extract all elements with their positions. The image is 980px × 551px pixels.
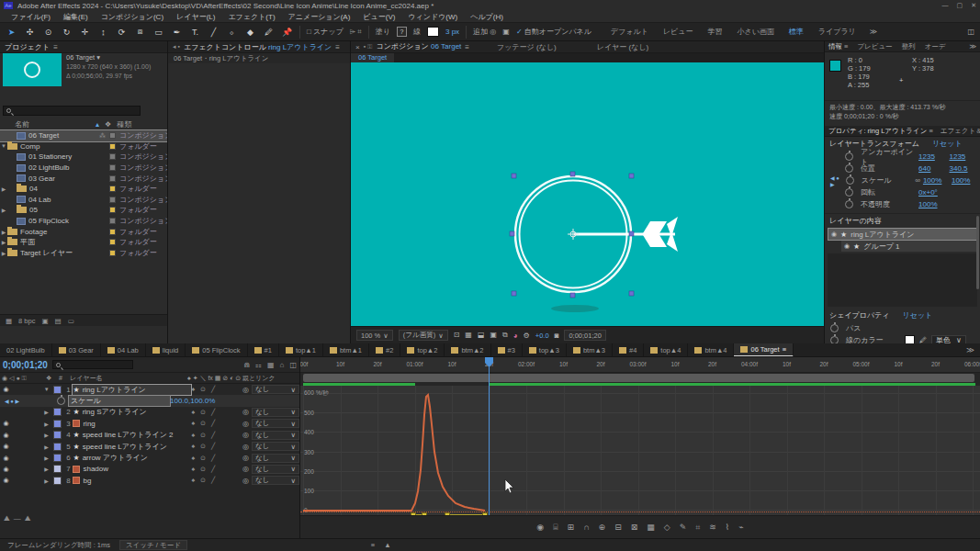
- statusbar-expand-icon[interactable]: ▲: [384, 541, 390, 549]
- twirl-icon[interactable]: ▶: [0, 186, 7, 192]
- property-name[interactable]: スケール: [69, 396, 170, 406]
- graph-editor-icon-1[interactable]: ⌸: [553, 523, 558, 533]
- menu-item-8[interactable]: ヘルプ(H): [465, 11, 509, 23]
- project-item-name[interactable]: 06 Target ▾: [66, 53, 165, 62]
- project-item-9[interactable]: ▶ Footage フォルダー: [0, 226, 167, 237]
- project-item-2[interactable]: 01 Stationery コンポジション: [0, 152, 167, 163]
- pickwhip-icon[interactable]: ◎: [242, 477, 249, 485]
- twirl-icon[interactable]: ▶: [43, 444, 51, 450]
- timeline-tab-14[interactable]: #4: [613, 343, 644, 357]
- menu-item-3[interactable]: レイヤー(L): [171, 11, 220, 23]
- twirl-icon[interactable]: ▶: [43, 478, 51, 484]
- project-item-1[interactable]: ▼ Comp フォルダー: [0, 141, 167, 152]
- layer-row-6[interactable]: ◉ ▶ 6 ★arrow アウトライン ♠ ⊙ ╱ ◎ なし∨: [0, 452, 299, 463]
- layer-name[interactable]: ★arrow アウトライン: [73, 453, 191, 463]
- dolly-camera-tool[interactable]: ↨: [97, 28, 109, 37]
- layer-name[interactable]: bg: [73, 477, 191, 485]
- timeline-tab-15[interactable]: top▲4: [644, 343, 688, 357]
- workspace-overflow-chevron[interactable]: ≫: [870, 28, 877, 36]
- value-2[interactable]: 100%: [952, 176, 980, 185]
- workspace-2[interactable]: 学習: [700, 26, 729, 38]
- stopwatch-icon[interactable]: [845, 200, 853, 208]
- twirl-icon[interactable]: ▶: [0, 207, 7, 213]
- timeline-option-icon-2[interactable]: ▦: [267, 361, 275, 369]
- eye-toggle[interactable]: ◉: [0, 420, 12, 427]
- project-item-0[interactable]: 06 Target ⁂ コンポジション: [0, 130, 167, 141]
- pickwhip-icon[interactable]: ◎: [242, 443, 249, 451]
- label-color-swatch[interactable]: [109, 197, 116, 203]
- tab-info[interactable]: 情報: [828, 42, 842, 51]
- pickwhip-icon[interactable]: ◎: [242, 431, 249, 439]
- exposure-value[interactable]: +0.0: [535, 332, 549, 340]
- layer-row-5[interactable]: ◉ ▶ 5 ★speed line Lアウトライン ♠ ⊙ ╱ ◎ なし∨: [0, 441, 299, 452]
- layer-label-swatch[interactable]: [53, 386, 62, 394]
- selection-tool[interactable]: ➤: [6, 28, 17, 37]
- graph-editor-icon-5[interactable]: ⊟: [614, 523, 622, 532]
- layer-label-swatch[interactable]: [53, 465, 62, 473]
- value-1[interactable]: 100%: [918, 200, 949, 208]
- twirl-icon[interactable]: ▶: [0, 250, 7, 256]
- tab-effects-presets[interactable]: エフェクト＆プリセ: [941, 127, 980, 136]
- layer-label-swatch[interactable]: [53, 420, 62, 428]
- timeline-tab-11[interactable]: #3: [491, 343, 523, 357]
- shape-reset-link[interactable]: リセット: [903, 310, 933, 320]
- eye-toggle[interactable]: ◉: [0, 432, 12, 439]
- graph-editor-icon-8[interactable]: ◇: [664, 523, 670, 532]
- project-item-6[interactable]: 04 Lab コンポジション: [0, 195, 167, 206]
- twirl-icon[interactable]: ▶: [43, 409, 51, 415]
- parent-dropdown[interactable]: なし∨: [252, 454, 299, 463]
- layer-name[interactable]: ★speed line Lアウトライン 2: [73, 430, 191, 440]
- eye-toggle[interactable]: ◉: [0, 386, 12, 393]
- label-color-swatch[interactable]: [109, 239, 116, 245]
- timeline-tab-7[interactable]: btm▲1: [323, 343, 369, 357]
- menu-item-1[interactable]: 編集(E): [58, 11, 94, 23]
- resolution-dropdown[interactable]: (フル画質) ∨: [399, 330, 448, 341]
- workspace-4[interactable]: 標準: [782, 26, 811, 38]
- pickwhip-icon[interactable]: ◎: [242, 408, 249, 416]
- timeline-option-icon-4[interactable]: ◫: [289, 361, 297, 369]
- info-panel-menu-icon[interactable]: ≡: [844, 42, 848, 51]
- comp-toolbar-icon-3[interactable]: ▣: [490, 331, 497, 340]
- pan-camera-tool[interactable]: ✛: [79, 28, 91, 37]
- timeline-tab-8[interactable]: #2: [369, 343, 400, 357]
- graph-editor-icon-7[interactable]: ▦: [647, 523, 655, 532]
- pickwhip-icon[interactable]: ◎: [242, 386, 249, 394]
- timeline-zoom-icon-0[interactable]: ⛰: [4, 514, 10, 523]
- timeline-tab-16[interactable]: btm▲4: [688, 343, 734, 357]
- comp-timecode[interactable]: 0;00;01;20: [564, 330, 605, 341]
- timeline-tab-9[interactable]: top▲2: [400, 343, 445, 357]
- link-icon[interactable]: ∞: [915, 176, 920, 185]
- label-color-swatch[interactable]: [109, 218, 116, 224]
- layer-row-7[interactable]: ◉ ▶ 7 shadow ♠ ⊙ ╱ ◎ なし∨: [0, 464, 299, 475]
- scale-value[interactable]: 100.0,100.0%: [170, 397, 243, 405]
- layer-row-4[interactable]: ◉ ▶ 4 ★speed line Lアウトライン 2 ♠ ⊙ ╱ ◎ なし∨: [0, 430, 299, 441]
- new-folder-icon[interactable]: ▣: [41, 317, 48, 325]
- brush-tool[interactable]: ╱: [208, 28, 220, 37]
- timeline-tab-13[interactable]: btm▲3: [567, 343, 613, 357]
- zoom-tool[interactable]: ⊙: [42, 28, 54, 37]
- keyframe-navigator[interactable]: ◀ ● ▶: [830, 174, 844, 187]
- eye-icon[interactable]: ◉: [831, 231, 837, 238]
- snap-label[interactable]: □ スナップ: [307, 27, 344, 37]
- parent-dropdown[interactable]: なし∨: [252, 431, 299, 440]
- menu-item-5[interactable]: アニメーション(A): [283, 11, 356, 23]
- layer-label-swatch[interactable]: [53, 443, 62, 451]
- project-item-3[interactable]: 02 LightBulb コンポジション: [0, 163, 167, 174]
- parent-dropdown[interactable]: なし∨: [252, 419, 299, 428]
- workspace-0[interactable]: デフォルト: [603, 26, 656, 38]
- timeline-tab-5[interactable]: #1: [248, 343, 279, 357]
- stroke-width-value[interactable]: 3 px: [445, 28, 459, 36]
- composition-canvas[interactable]: [351, 62, 825, 326]
- content-row-1[interactable]: ◉ ★ グループ 1: [841, 241, 976, 252]
- layer-label-swatch[interactable]: [53, 431, 62, 439]
- stopwatch-icon[interactable]: [846, 176, 854, 185]
- label-color-swatch[interactable]: [109, 186, 116, 192]
- tab-effect-controls[interactable]: エフェクトコントロール ring Lアウトライン: [184, 42, 332, 52]
- timeline-search-input[interactable]: [52, 360, 133, 369]
- parent-dropdown[interactable]: なし∨: [252, 476, 299, 485]
- menu-item-2[interactable]: コンポジション(C): [96, 11, 169, 23]
- interpret-footage-icon[interactable]: ▦: [6, 317, 12, 325]
- number-column[interactable]: #: [59, 375, 70, 381]
- speed-graph-area[interactable]: 600 %/秒5004003002001000: [300, 386, 980, 515]
- parent-dropdown[interactable]: なし∨: [252, 408, 299, 417]
